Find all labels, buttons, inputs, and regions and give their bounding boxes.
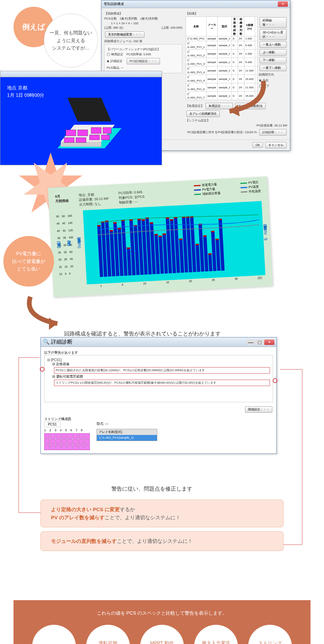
- svg-marker-4: [68, 98, 111, 121]
- radio-simple[interactable]: 簡易設定: [111, 53, 123, 56]
- advice2-end: ことで、より適切なシステムに！: [117, 538, 193, 544]
- string-cell[interactable]: [73, 433, 78, 439]
- string-cell[interactable]: [50, 439, 55, 444]
- table-row[interactable]: ビル-001_PV1_1samplesample_10245.420: [186, 41, 258, 50]
- string-cell[interactable]: [61, 433, 67, 439]
- string-cell[interactable]: [44, 445, 50, 450]
- string-cell[interactable]: [56, 445, 61, 450]
- c3l2: 比べて発電量が: [12, 259, 45, 264]
- string-cell[interactable]: [84, 433, 90, 439]
- string-cell[interactable]: [67, 433, 73, 439]
- ok-button[interactable]: OK: [252, 142, 263, 148]
- arrow-icon-2: [20, 293, 68, 330]
- chart-bars: [83, 201, 266, 284]
- connector-line-1: [19, 357, 39, 358]
- string-cell[interactable]: [44, 439, 50, 444]
- advice-box-2: モジュールの直列数を減らすことで、より適切なシステムに！: [40, 531, 284, 551]
- edit-button[interactable]: 組織編集・・・: [260, 17, 287, 28]
- string-cell[interactable]: [67, 445, 73, 450]
- pcs-detail-button[interactable]: PCS詳細設定・・・: [127, 58, 160, 64]
- low-power-bubble: PV電力量に 比べて発電量が とても低い: [3, 236, 54, 287]
- move-down-button[interactable]: 下へ移動: [260, 57, 287, 63]
- cancel-button[interactable]: キャンセル: [265, 142, 287, 148]
- move-bottom-button[interactable]: 一番下へ移動: [260, 65, 287, 71]
- string-cell[interactable]: [61, 445, 67, 450]
- svg-rect-9: [64, 138, 74, 143]
- diagnostic-dialog: 🔍 詳細診断 — □ ✕ 以下の警告があります ⊟ [PCS1] ⊟ 定格容量 …: [40, 337, 277, 454]
- 3d-view-window: 地点 京都 1月 1日 09時00分: [0, 71, 162, 165]
- clear-button[interactable]: 全アレイ組織解消去: [186, 111, 220, 117]
- module-label: 回路構成モジュール:: [104, 39, 133, 43]
- xlabel: (日): [258, 276, 262, 280]
- string-cell[interactable]: [79, 439, 84, 444]
- pcs-tab[interactable]: PCS1: [44, 421, 60, 427]
- table-header-cell: [255, 17, 258, 36]
- table-header-cell: X座標[m]: [244, 17, 255, 36]
- radio-detail[interactable]: 詳細設定: [110, 59, 123, 63]
- c3l3: とても低い: [17, 266, 40, 271]
- select-3d-button[interactable]: 3D-CADから選択・・・: [260, 29, 287, 40]
- building-model: [34, 88, 128, 155]
- table-row[interactable]: ビル-001_PV1_3samplesample_10245.420: [186, 58, 258, 66]
- string-cell[interactable]: [56, 439, 61, 444]
- spec-circle-4: 最大入力電流(PCS全体): [194, 625, 238, 644]
- intro-line1: 一見、何も問題ない: [50, 30, 92, 35]
- string-cell[interactable]: [50, 445, 55, 450]
- array-header: アレイ名称(型式): [97, 429, 157, 435]
- warning-marker-1: [40, 367, 45, 372]
- string-cell[interactable]: [50, 433, 55, 439]
- move-up-button[interactable]: 上へ移動: [260, 49, 287, 56]
- warning-tree[interactable]: ⊟ [PCS1] ⊟ 定格容量 PCS1に接続された太陽電池の容量(26.11k…: [44, 355, 273, 402]
- string-cell[interactable]: [79, 445, 84, 450]
- spec5l1: ストリング: [258, 640, 282, 644]
- string-grid[interactable]: [44, 433, 90, 450]
- array-item[interactable]: ビル-001_PV1(sample_1): [97, 435, 157, 441]
- diag-close-icon[interactable]: ✕: [264, 340, 274, 345]
- string-cell[interactable]: [84, 439, 90, 444]
- node2: 運転可能電圧範囲: [56, 375, 83, 378]
- svg-rect-11: [89, 135, 100, 140]
- advice-box-1: より定格の大きい PCS に変更するか PV のアレイ数を減らすことで、より適切…: [40, 500, 284, 527]
- parallel-label: (最大)並列数: [141, 17, 158, 20]
- circuit-header: 【回路構成】: [104, 11, 182, 16]
- string-cell[interactable]: [61, 439, 67, 444]
- diag-titlebar[interactable]: 🔍 詳細診断 — □ ✕: [41, 338, 276, 347]
- table-header-cell: 名称: [186, 17, 206, 36]
- formula-text: 1 × 1 × 24 × 4 = 192: [104, 22, 182, 25]
- ratio-label: PCS設備容量に対するPV設備容量の割合:: [187, 130, 244, 134]
- intro-bubble: 一見、何も問題ない ように見える システムですが…: [44, 13, 98, 67]
- diag-button[interactable]: 詳細診断・・・: [259, 129, 287, 136]
- module-count: 192 枚: [133, 39, 142, 43]
- move-top-button[interactable]: 一番上へ移動: [260, 41, 287, 48]
- string-label: ストリング構成図: [44, 417, 273, 421]
- arrow-icon: [216, 78, 270, 118]
- spec-circle-1: 定格容量: [32, 625, 76, 644]
- ylabel-power: 電 力 量 (kWh): [76, 234, 82, 248]
- location-text: 地点 京都: [7, 85, 27, 90]
- pcs-eff-val: 0.945: [143, 53, 151, 56]
- string-cell[interactable]: [79, 433, 84, 439]
- dialog-titlebar[interactable]: 電気回路構成 ✕: [102, 0, 290, 8]
- array-list[interactable]: アレイ名称(型式) ビル-001_PV1(sample_1): [97, 429, 157, 441]
- threshold-button[interactable]: 閾値設定・・・: [245, 406, 272, 413]
- advice1-bold1: より定格の大きい PCS に変更: [51, 506, 120, 512]
- dialog-title: 電気回路構成: [104, 2, 124, 6]
- warning-1: PCS1に接続された太陽電池の容量(26.11kW)が、PCS1の定格容量(20…: [54, 367, 270, 374]
- upper2: (上限: 100,000): [162, 26, 183, 30]
- string-cell[interactable]: [84, 445, 90, 450]
- string-cell[interactable]: [73, 445, 78, 450]
- series-config-button[interactable]: 直並列数確認変更・・・: [105, 31, 144, 38]
- table-row[interactable]: ビル-001_PV1_4samplesample_102411.420: [186, 66, 258, 75]
- pv-cap-val: 26.11 kW: [274, 124, 287, 127]
- table-row[interactable]: ビル-001_PV1_2samplesample_10241.420: [186, 50, 258, 58]
- close-icon[interactable]: ✕: [278, 1, 288, 7]
- spec-circle-2: 運転可能電圧範囲: [86, 625, 130, 644]
- table-row[interactable]: ビル-001_PV1samplesample_10241.420: [186, 36, 258, 41]
- chart-ctrl: 制御容量: ---: [119, 199, 145, 205]
- string-cell[interactable]: [73, 439, 78, 444]
- string-cell[interactable]: [67, 439, 73, 444]
- connector-line-2: [280, 369, 302, 370]
- string-cell[interactable]: [56, 433, 61, 439]
- svg-rect-8: [103, 127, 111, 134]
- string-cell[interactable]: [44, 433, 50, 439]
